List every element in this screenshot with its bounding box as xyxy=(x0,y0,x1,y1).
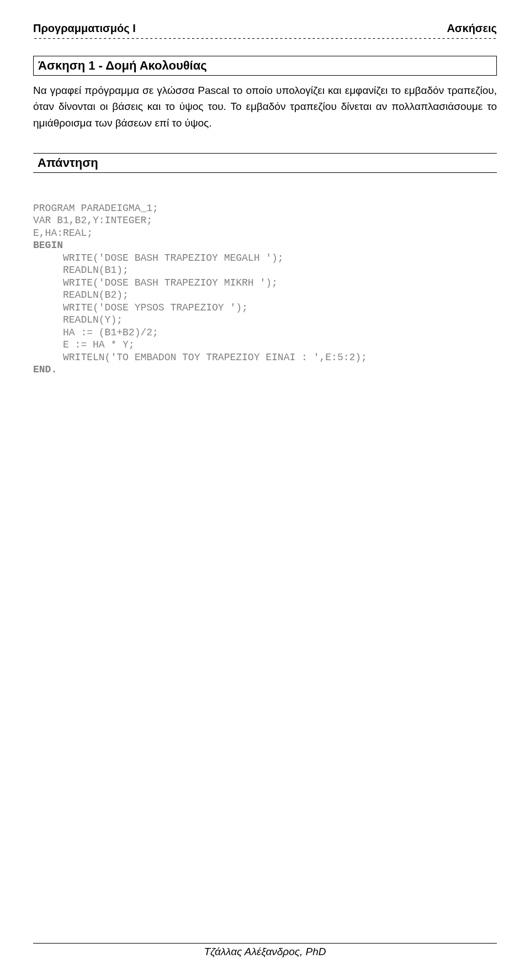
code-line: READLN(B2); xyxy=(33,289,129,301)
code-line: E := HA * Y; xyxy=(33,339,135,350)
code-begin: BEGIN xyxy=(33,240,63,251)
code-line: WRITE('DOSE YPSOS TRAPEZIOY '); xyxy=(33,302,248,313)
code-line: WRITE('DOSE BASH TRAPEZIOY MIKRH '); xyxy=(33,277,278,288)
code-end: END. xyxy=(33,364,57,375)
footer-text: Τζάλλας Αλέξανδρος, PhD xyxy=(204,946,326,957)
code-line: E,HA:REAL; xyxy=(33,228,93,239)
code-line: PROGRAM PARADEIGMA_1; xyxy=(33,203,158,214)
header-dash-separator: ----------------------------------------… xyxy=(33,36,497,41)
answer-label: Απάντηση xyxy=(38,156,98,170)
exercise-title: Άσκηση 1 - Δομή Ακολουθίας xyxy=(38,59,207,72)
exercise-title-box: Άσκηση 1 - Δομή Ακολουθίας xyxy=(33,56,497,76)
header-left: Προγραμματισμός Ι xyxy=(33,22,136,35)
code-line: HA := (B1+B2)/2; xyxy=(33,327,158,338)
code-line: READLN(B1); xyxy=(33,265,129,276)
page-footer: Τζάλλας Αλέξανδρος, PhD xyxy=(0,943,530,958)
exercise-body: Να γραφεί πρόγραμμα σε γλώσσα Pascal το … xyxy=(33,82,497,131)
footer-separator xyxy=(33,943,497,944)
code-line: VAR B1,B2,Y:INTEGER; xyxy=(33,215,152,226)
code-line: READLN(Y); xyxy=(33,314,123,325)
code-line: WRITE('DOSE BASH TRAPEZIOY MEGALH '); xyxy=(33,252,284,264)
page-header: Προγραμματισμός Ι Ασκήσεις xyxy=(33,22,497,35)
answer-label-box: Απάντηση xyxy=(33,153,497,173)
header-right: Ασκήσεις xyxy=(447,22,497,35)
pascal-code: PROGRAM PARADEIGMA_1; VAR B1,B2,Y:INTEGE… xyxy=(33,189,497,376)
code-line: WRITELN('TO EMBADON TOY TRAPEZIOY EINAI … xyxy=(33,352,367,363)
